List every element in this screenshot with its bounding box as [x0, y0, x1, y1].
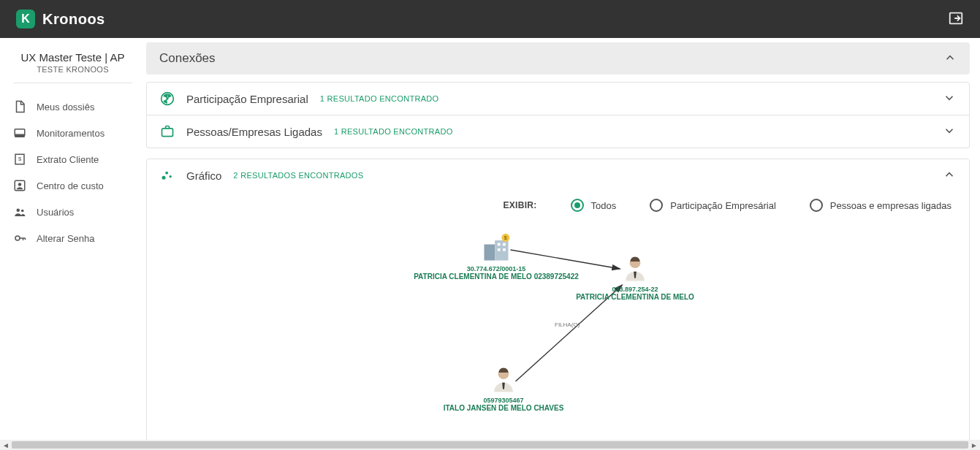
svg-point-9	[15, 236, 20, 240]
horizontal-scrollbar[interactable]: ◄ ►	[0, 440, 980, 450]
svg-rect-12	[162, 129, 173, 137]
node-name: ITALO JANSEN DE MELO CHAVES	[438, 404, 569, 412]
radiation-icon	[160, 91, 175, 106]
sidebar-item-1[interactable]: Monitoramentos	[13, 120, 132, 146]
brand-logo-icon: K	[16, 9, 35, 28]
svg-point-8	[21, 210, 24, 213]
filter-label-text: Participação Empresárial	[670, 200, 776, 211]
filter-label-text: Pessoas e empresas ligadas	[830, 200, 951, 211]
file-icon	[13, 100, 26, 113]
node-name: PATRICIA CLEMENTINA DE MELO 02389725422	[409, 272, 584, 281]
card-pessoas-empresas[interactable]: Pessoas/Empresas Ligadas 1 RESULTADO ENC…	[146, 115, 970, 148]
briefcase-icon	[160, 124, 175, 139]
top-bar: K Kronoos	[0, 0, 980, 38]
svg-rect-2	[15, 134, 25, 138]
sidebar-item-label: Alterar Senha	[37, 233, 95, 244]
filter-radio-0[interactable]: Todos	[571, 199, 617, 212]
sidebar-divider	[13, 83, 132, 83]
card-participacao[interactable]: Participação Empresarial 1 RESULTADO ENC…	[146, 82, 970, 115]
card-subtitle: 2 RESULTADOS ENCONTRADOS	[233, 171, 363, 180]
chevron-down-icon	[943, 91, 956, 107]
scroll-right-button[interactable]: ►	[968, 440, 980, 450]
svg-text:$: $	[504, 234, 507, 241]
sidebar-item-5[interactable]: Alterar Senha	[13, 225, 132, 251]
exit-icon[interactable]	[948, 10, 964, 28]
svg-point-14	[165, 172, 168, 175]
card-title: Gráfico	[186, 169, 221, 182]
brand: K Kronoos	[16, 9, 105, 28]
sidebar-item-label: Usuários	[37, 207, 74, 218]
card-subtitle: 1 RESULTADO ENCONTRADO	[320, 94, 439, 103]
svg-text:$: $	[18, 156, 22, 162]
scroll-left-button[interactable]: ◄	[0, 440, 12, 450]
card-title: Pessoas/Empresas Ligadas	[186, 126, 322, 138]
svg-point-15	[170, 175, 172, 178]
panel-title: Conexões	[159, 51, 216, 66]
workspace-title: UX Master Teste | AP	[13, 51, 132, 64]
key-icon	[13, 232, 26, 245]
graph-node-person-secondary[interactable]: 05979305467 ITALO JANSEN DE MELO CHAVES	[438, 364, 569, 412]
users-icon	[13, 205, 26, 218]
svg-rect-22	[498, 248, 501, 251]
radio-icon	[571, 199, 584, 212]
building-icon: $	[480, 232, 512, 264]
card-title: Participação Empresarial	[186, 93, 308, 105]
main-content: Conexões Participação Empresarial 1 RESU…	[140, 38, 980, 440]
chevron-up-icon	[943, 168, 956, 183]
node-id: 30.774.672/0001-15	[409, 266, 584, 272]
filter-radio-2[interactable]: Pessoas e empresas ligadas	[810, 199, 951, 212]
sidebar-item-label: Monitoramentos	[37, 128, 105, 139]
graph-filters: EXIBIR: TodosParticipação EmpresárialPes…	[147, 191, 969, 218]
filter-label-text: Todos	[591, 200, 617, 211]
scrollbar-thumb[interactable]	[12, 441, 968, 449]
person-icon	[487, 364, 520, 396]
workspace-subtitle: TESTE KRONOOS	[13, 65, 132, 74]
node-id: 023.897.254-22	[569, 286, 701, 293]
monitor-icon	[13, 126, 26, 140]
brand-name: Kronoos	[42, 11, 105, 28]
sidebar: UX Master Teste | AP TESTE KRONOOS Meus …	[0, 38, 140, 440]
graph-canvas[interactable]: FILHA(O) $ 30.774.672/0001-15 PATRICIA	[160, 218, 956, 437]
person-icon	[619, 253, 651, 285]
radio-icon	[810, 199, 823, 212]
card-grafico: Gráfico 2 RESULTADOS ENCONTRADOS EXIBIR:…	[146, 159, 970, 440]
svg-rect-21	[503, 243, 506, 246]
svg-point-7	[17, 209, 20, 213]
scrollbar-track[interactable]	[12, 440, 968, 450]
radio-icon	[650, 199, 663, 212]
graph-node-company[interactable]: $ 30.774.672/0001-15 PATRICIA CLEMENTINA…	[409, 232, 584, 281]
receipt-icon: $	[13, 153, 26, 166]
sidebar-item-0[interactable]: Meus dossiês	[13, 94, 132, 120]
sidebar-item-label: Extrato Cliente	[37, 154, 99, 165]
account-icon	[13, 179, 26, 192]
sidebar-item-label: Centro de custo	[37, 180, 104, 191]
chevron-up-icon	[943, 51, 957, 66]
edge-label: FILHA(O)	[555, 321, 580, 328]
node-name: PATRICIA CLEMENTINA DE MELO	[569, 293, 701, 301]
node-id: 05979305467	[438, 397, 569, 404]
sidebar-item-3[interactable]: Centro de custo	[13, 172, 132, 199]
sidebar-item-label: Meus dossiês	[37, 102, 94, 113]
chevron-down-icon	[943, 124, 956, 140]
card-subtitle: 1 RESULTADO ENCONTRADO	[334, 127, 453, 136]
svg-point-6	[18, 183, 22, 186]
svg-point-13	[162, 176, 166, 180]
svg-rect-20	[498, 243, 501, 246]
sidebar-item-4[interactable]: Usuários	[13, 199, 132, 225]
scatter-icon	[160, 168, 175, 183]
svg-rect-23	[503, 248, 506, 251]
filter-radio-1[interactable]: Participação Empresárial	[650, 199, 776, 212]
graph-node-person-primary[interactable]: 023.897.254-22 PATRICIA CLEMENTINA DE ME…	[569, 253, 701, 301]
card-grafico-header[interactable]: Gráfico 2 RESULTADOS ENCONTRADOS	[147, 159, 969, 191]
panel-header[interactable]: Conexões	[146, 42, 970, 75]
svg-rect-18	[485, 245, 495, 261]
svg-rect-19	[495, 240, 508, 261]
filter-label: EXIBIR:	[503, 200, 536, 210]
sidebar-item-2[interactable]: $Extrato Cliente	[13, 146, 132, 172]
